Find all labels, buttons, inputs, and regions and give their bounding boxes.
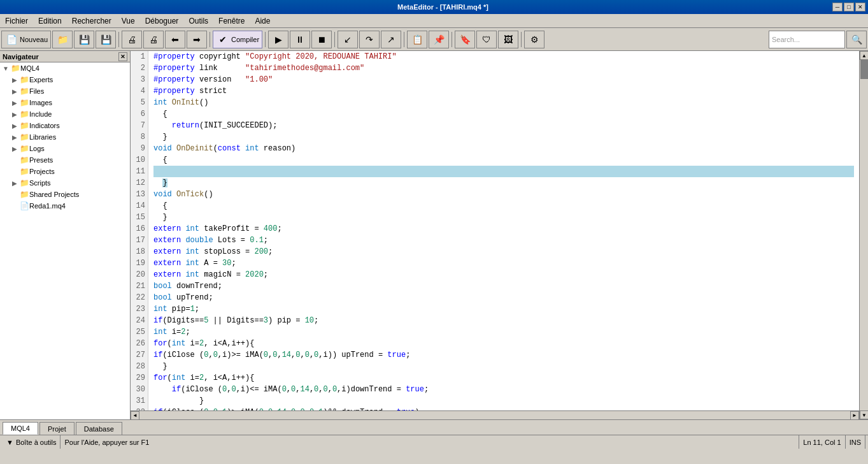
folder-icon-include: 📁 <box>19 109 29 119</box>
stop-button[interactable]: ⏹ <box>311 31 332 48</box>
menu-edition[interactable]: Edition <box>33 14 67 27</box>
folder-icon-libraries: 📁 <box>19 132 29 142</box>
bookmark-icon: 🔖 <box>458 33 472 47</box>
tree-item-include[interactable]: ▶ 📁 Include <box>0 108 130 120</box>
code-content: 1 2 3 4 5 6 7 8 9 10 11 12 13 14 15 16 1… <box>131 51 859 410</box>
title-bar: MetaEditor - [TAHIRI.mq4 *] ─ □ ✕ <box>0 0 868 14</box>
folder-icon-projects: 📁 <box>19 166 29 177</box>
minimize-button[interactable]: ─ <box>832 3 843 11</box>
scroll-up-button[interactable]: ▲ <box>860 51 868 60</box>
menu-fichier[interactable]: Fichier <box>0 14 33 27</box>
menu-outils[interactable]: Outils <box>183 14 213 27</box>
settings-button[interactable]: ⚙ <box>524 31 544 48</box>
print2-icon: 🖨 <box>146 33 160 47</box>
tree-item-logs[interactable]: ▶ 📁 Logs <box>0 143 130 154</box>
tree-label-scripts: Scripts <box>29 179 51 187</box>
tree-item-indicators[interactable]: ▶ 📁 Indicators <box>0 120 130 131</box>
tree-item-mql4[interactable]: ▼ 📁 MQL4 <box>0 62 130 74</box>
vertical-scrollbar[interactable]: ▲ ▼ <box>859 51 868 419</box>
code-editor[interactable]: 1 2 3 4 5 6 7 8 9 10 11 12 13 14 15 16 1… <box>131 51 859 419</box>
tree-item-scripts[interactable]: ▶ 📁 Scripts <box>0 177 130 189</box>
tree-item-shared-projects[interactable]: 📁 Shared Projects <box>0 189 130 200</box>
menu-deboguer[interactable]: Déboguer <box>140 14 184 27</box>
tree-item-images[interactable]: ▶ 📁 Images <box>0 97 130 108</box>
folder-icon-files: 📁 <box>19 86 29 96</box>
menu-vue[interactable]: Vue <box>117 14 140 27</box>
open-icon: 📁 <box>55 33 69 47</box>
tab-database[interactable]: Database <box>76 422 122 435</box>
menu-aide[interactable]: Aide <box>250 14 275 27</box>
tree-item-files[interactable]: ▶ 📁 Files <box>0 85 130 97</box>
start-button[interactable]: ▶ <box>268 31 288 48</box>
navigator-close-button[interactable]: ✕ <box>118 52 127 61</box>
sep3 <box>265 32 266 47</box>
save-icon: 💾 <box>77 33 91 47</box>
toggle-include: ▶ <box>10 110 19 119</box>
print2-button[interactable]: 🖨 <box>143 31 164 48</box>
tree-item-projects[interactable]: 📁 Projects <box>0 166 130 177</box>
maximize-button[interactable]: □ <box>844 3 854 11</box>
scroll-thumb[interactable] <box>860 60 868 79</box>
tree-label-files: Files <box>29 87 44 95</box>
tree-item-experts[interactable]: ▶ 📁 Experts <box>0 74 130 85</box>
scroll-down-button[interactable]: ▼ <box>860 410 868 419</box>
save-all-button[interactable]: 💾 <box>96 31 116 48</box>
step-over-button[interactable]: ↷ <box>359 31 380 48</box>
print-button[interactable]: 🖨 <box>122 31 142 48</box>
forward-button[interactable]: ➡ <box>187 31 207 48</box>
shield-icon: 🛡 <box>480 33 494 47</box>
scroll-right-button[interactable]: ▶ <box>850 411 859 420</box>
tab-mql4[interactable]: MQL4 <box>3 422 38 435</box>
folder-icon-scripts: 📁 <box>19 178 29 188</box>
menu-rechercher[interactable]: Rechercher <box>67 14 117 27</box>
pause-button[interactable]: ⏸ <box>290 31 310 48</box>
close-button[interactable]: ✕ <box>855 3 865 11</box>
tree-label-mql4: MQL4 <box>20 64 39 72</box>
toggle-files: ▶ <box>10 87 19 96</box>
main-layout: Navigateur ✕ ▼ 📁 MQL4 ▶ 📁 Experts ▶ 📁 Fi… <box>0 51 868 419</box>
compile-label: Compiler <box>231 36 259 43</box>
tree-label-experts: Experts <box>29 76 53 83</box>
tree-item-presets[interactable]: 📁 Presets <box>0 154 130 166</box>
new-label: Nouveau <box>20 36 48 43</box>
settings-icon: ⚙ <box>527 33 541 47</box>
copy-button[interactable]: 📋 <box>407 31 427 48</box>
paste-button[interactable]: 📌 <box>429 31 449 48</box>
toggle-mql4: ▼ <box>1 64 10 73</box>
forward-icon: ➡ <box>190 33 204 47</box>
image-icon: 🖼 <box>501 33 515 47</box>
status-mode: INS <box>846 435 865 449</box>
bottom-tabs: MQL4 Projet Database <box>0 419 868 435</box>
scroll-left-button[interactable]: ◀ <box>131 411 139 420</box>
back-icon: ⬅ <box>168 33 182 47</box>
status-bar: ▼ Boîte à outils Pour l'Aide, appuyer su… <box>0 435 868 449</box>
new-button[interactable]: 📄 Nouveau <box>1 31 51 48</box>
open-button[interactable]: 📁 <box>52 31 73 48</box>
code-lines[interactable]: #property copyright "Copyright 2020, RED… <box>148 51 859 410</box>
menu-fenetre[interactable]: Fenêtre <box>213 14 250 27</box>
search-input[interactable]: Search... <box>769 31 845 48</box>
pause-icon: ⏸ <box>293 33 307 47</box>
sep1 <box>118 32 119 47</box>
compile-button[interactable]: ✔ Compiler <box>213 31 262 48</box>
help-text: Pour l'Aide, appuyer sur F1 <box>64 439 149 446</box>
search-button[interactable]: 🔍 <box>846 31 867 48</box>
shield-button[interactable]: 🛡 <box>476 31 497 48</box>
save-all-icon: 💾 <box>99 33 113 47</box>
step-out-button[interactable]: ↗ <box>381 31 401 48</box>
tree-item-reda1[interactable]: 📄 Reda1.mq4 <box>0 200 130 212</box>
save-button[interactable]: 💾 <box>74 31 94 48</box>
tree-label-reda1: Reda1.mq4 <box>29 202 66 210</box>
back-button[interactable]: ⬅ <box>165 31 185 48</box>
folder-icon-presets: 📁 <box>19 155 29 165</box>
tab-projet[interactable]: Projet <box>39 422 75 435</box>
paste-icon: 📌 <box>432 33 446 47</box>
position-text: Ln 11, Col 1 <box>803 439 841 446</box>
tree-label-shared-projects: Shared Projects <box>29 191 79 198</box>
tree-item-libraries[interactable]: ▶ 📁 Libraries <box>0 131 130 143</box>
folder-icon-indicators: 📁 <box>19 120 29 131</box>
step-in-button[interactable]: ↙ <box>338 31 358 48</box>
image-button[interactable]: 🖼 <box>498 31 518 48</box>
horizontal-scrollbar[interactable]: ◀ ▶ <box>131 410 859 419</box>
bookmark-button[interactable]: 🔖 <box>455 31 475 48</box>
